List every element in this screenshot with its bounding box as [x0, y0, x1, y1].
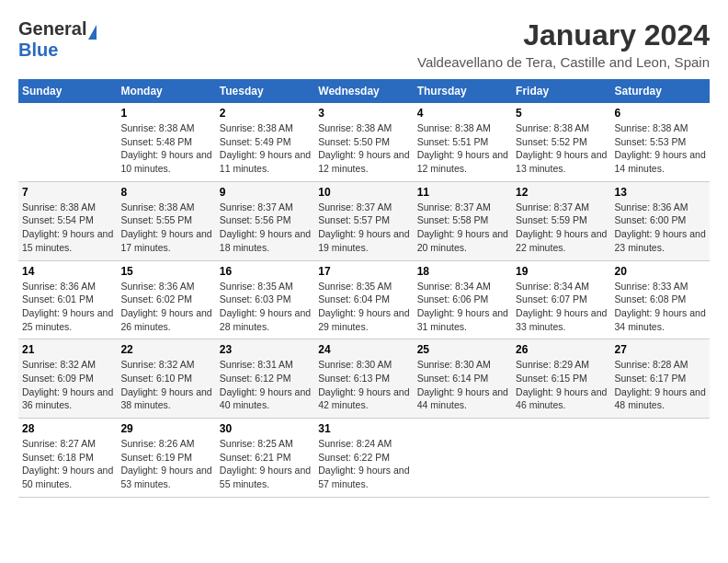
- day-info: Sunrise: 8:29 AMSunset: 6:15 PMDaylight:…: [516, 358, 607, 412]
- day-info: Sunrise: 8:27 AMSunset: 6:18 PMDaylight:…: [22, 437, 113, 491]
- day-cell: 10Sunrise: 8:37 AMSunset: 5:57 PMDayligh…: [314, 181, 413, 260]
- day-cell: 21Sunrise: 8:32 AMSunset: 6:09 PMDayligh…: [18, 339, 117, 419]
- month-title: January 2024: [417, 18, 710, 52]
- day-number: 17: [318, 265, 409, 278]
- day-cell: 8Sunrise: 8:38 AMSunset: 5:55 PMDaylight…: [117, 181, 215, 260]
- day-info: Sunrise: 8:37 AMSunset: 5:59 PMDaylight:…: [516, 201, 607, 255]
- day-info: Sunrise: 8:32 AMSunset: 6:09 PMDaylight:…: [22, 358, 113, 412]
- column-header-wednesday: Wednesday: [314, 79, 413, 103]
- day-number: 20: [615, 265, 706, 278]
- day-number: 2: [220, 107, 311, 120]
- day-info: Sunrise: 8:26 AMSunset: 6:19 PMDaylight:…: [120, 437, 211, 491]
- day-cell: 27Sunrise: 8:28 AMSunset: 6:17 PMDayligh…: [611, 339, 710, 419]
- day-cell: 3Sunrise: 8:38 AMSunset: 5:50 PMDaylight…: [314, 103, 413, 181]
- day-number: 8: [120, 186, 211, 199]
- week-row-2: 7Sunrise: 8:38 AMSunset: 5:54 PMDaylight…: [18, 181, 710, 260]
- day-number: 9: [220, 186, 311, 199]
- day-number: 26: [516, 343, 607, 356]
- header: General Blue January 2024 Valdeavellano …: [18, 18, 710, 70]
- calendar-header-row: SundayMondayTuesdayWednesdayThursdayFrid…: [18, 79, 710, 103]
- day-number: 15: [120, 265, 211, 278]
- day-number: 10: [318, 186, 409, 199]
- day-info: Sunrise: 8:36 AMSunset: 6:02 PMDaylight:…: [120, 280, 211, 334]
- day-cell: 20Sunrise: 8:33 AMSunset: 6:08 PMDayligh…: [611, 260, 710, 339]
- day-cell: 24Sunrise: 8:30 AMSunset: 6:13 PMDayligh…: [314, 339, 413, 419]
- day-info: Sunrise: 8:35 AMSunset: 6:04 PMDaylight:…: [318, 280, 409, 334]
- day-number: 27: [615, 343, 706, 356]
- day-cell: 23Sunrise: 8:31 AMSunset: 6:12 PMDayligh…: [216, 339, 314, 419]
- day-number: 12: [516, 186, 607, 199]
- week-row-4: 21Sunrise: 8:32 AMSunset: 6:09 PMDayligh…: [18, 339, 710, 419]
- day-number: 30: [220, 422, 311, 435]
- day-cell: 11Sunrise: 8:37 AMSunset: 5:58 PMDayligh…: [414, 181, 512, 260]
- day-info: Sunrise: 8:38 AMSunset: 5:52 PMDaylight:…: [516, 121, 607, 176]
- day-info: Sunrise: 8:32 AMSunset: 6:10 PMDaylight:…: [120, 358, 211, 412]
- day-number: 28: [22, 422, 113, 435]
- day-cell: 18Sunrise: 8:34 AMSunset: 6:06 PMDayligh…: [414, 260, 512, 339]
- day-cell: [512, 419, 610, 498]
- day-info: Sunrise: 8:33 AMSunset: 6:08 PMDaylight:…: [615, 280, 706, 334]
- column-header-monday: Monday: [117, 79, 215, 103]
- logo-triangle-icon: [88, 25, 97, 40]
- day-cell: 4Sunrise: 8:38 AMSunset: 5:51 PMDaylight…: [414, 103, 512, 181]
- day-cell: 17Sunrise: 8:35 AMSunset: 6:04 PMDayligh…: [314, 260, 413, 339]
- day-info: Sunrise: 8:38 AMSunset: 5:54 PMDaylight:…: [22, 201, 113, 255]
- day-info: Sunrise: 8:38 AMSunset: 5:50 PMDaylight:…: [318, 121, 409, 176]
- day-number: 14: [22, 265, 113, 278]
- day-info: Sunrise: 8:38 AMSunset: 5:48 PMDaylight:…: [120, 121, 211, 176]
- day-info: Sunrise: 8:25 AMSunset: 6:21 PMDaylight:…: [220, 437, 311, 491]
- day-info: Sunrise: 8:36 AMSunset: 6:01 PMDaylight:…: [22, 280, 113, 334]
- calendar-table: SundayMondayTuesdayWednesdayThursdayFrid…: [18, 79, 710, 498]
- day-info: Sunrise: 8:38 AMSunset: 5:55 PMDaylight:…: [120, 201, 211, 255]
- day-info: Sunrise: 8:37 AMSunset: 5:58 PMDaylight:…: [417, 201, 508, 255]
- day-cell: 19Sunrise: 8:34 AMSunset: 6:07 PMDayligh…: [512, 260, 610, 339]
- column-header-sunday: Sunday: [18, 79, 117, 103]
- day-cell: 31Sunrise: 8:24 AMSunset: 6:22 PMDayligh…: [314, 419, 413, 498]
- day-cell: [611, 419, 710, 498]
- day-number: 18: [417, 265, 508, 278]
- day-info: Sunrise: 8:35 AMSunset: 6:03 PMDaylight:…: [220, 280, 311, 334]
- day-info: Sunrise: 8:30 AMSunset: 6:14 PMDaylight:…: [417, 358, 508, 412]
- day-number: 31: [318, 422, 409, 435]
- day-info: Sunrise: 8:37 AMSunset: 5:56 PMDaylight:…: [220, 201, 311, 255]
- day-cell: 14Sunrise: 8:36 AMSunset: 6:01 PMDayligh…: [18, 260, 117, 339]
- day-cell: 7Sunrise: 8:38 AMSunset: 5:54 PMDaylight…: [18, 181, 117, 260]
- day-cell: 28Sunrise: 8:27 AMSunset: 6:18 PMDayligh…: [18, 419, 117, 498]
- day-info: Sunrise: 8:37 AMSunset: 5:57 PMDaylight:…: [318, 201, 409, 255]
- day-number: 22: [120, 343, 211, 356]
- logo: General Blue: [18, 18, 97, 61]
- day-cell: 22Sunrise: 8:32 AMSunset: 6:10 PMDayligh…: [117, 339, 215, 419]
- column-header-saturday: Saturday: [611, 79, 710, 103]
- day-cell: [414, 419, 512, 498]
- day-info: Sunrise: 8:24 AMSunset: 6:22 PMDaylight:…: [318, 437, 409, 491]
- day-info: Sunrise: 8:34 AMSunset: 6:06 PMDaylight:…: [417, 280, 508, 334]
- day-info: Sunrise: 8:38 AMSunset: 5:49 PMDaylight:…: [220, 121, 311, 176]
- column-header-friday: Friday: [512, 79, 610, 103]
- day-number: 13: [615, 186, 706, 199]
- day-number: 7: [22, 186, 113, 199]
- day-cell: 1Sunrise: 8:38 AMSunset: 5:48 PMDaylight…: [117, 103, 215, 181]
- location-title: Valdeavellano de Tera, Castille and Leon…: [417, 54, 710, 70]
- day-number: 24: [318, 343, 409, 356]
- logo-blue: Blue: [18, 40, 58, 61]
- day-cell: 5Sunrise: 8:38 AMSunset: 5:52 PMDaylight…: [512, 103, 610, 181]
- day-number: 3: [318, 107, 409, 120]
- day-number: 19: [516, 265, 607, 278]
- day-number: 16: [220, 265, 311, 278]
- day-number: 4: [417, 107, 508, 120]
- day-info: Sunrise: 8:38 AMSunset: 5:53 PMDaylight:…: [615, 121, 706, 176]
- day-info: Sunrise: 8:31 AMSunset: 6:12 PMDaylight:…: [220, 358, 311, 412]
- week-row-1: 1Sunrise: 8:38 AMSunset: 5:48 PMDaylight…: [18, 103, 710, 181]
- day-cell: 6Sunrise: 8:38 AMSunset: 5:53 PMDaylight…: [611, 103, 710, 181]
- day-cell: 26Sunrise: 8:29 AMSunset: 6:15 PMDayligh…: [512, 339, 610, 419]
- day-info: Sunrise: 8:30 AMSunset: 6:13 PMDaylight:…: [318, 358, 409, 412]
- day-info: Sunrise: 8:28 AMSunset: 6:17 PMDaylight:…: [615, 358, 706, 412]
- day-number: 1: [120, 107, 211, 120]
- day-info: Sunrise: 8:34 AMSunset: 6:07 PMDaylight:…: [516, 280, 607, 334]
- logo-general: General: [18, 18, 86, 40]
- day-number: 25: [417, 343, 508, 356]
- day-cell: 12Sunrise: 8:37 AMSunset: 5:59 PMDayligh…: [512, 181, 610, 260]
- day-cell: 29Sunrise: 8:26 AMSunset: 6:19 PMDayligh…: [117, 419, 215, 498]
- day-cell: 25Sunrise: 8:30 AMSunset: 6:14 PMDayligh…: [414, 339, 512, 419]
- day-cell: 15Sunrise: 8:36 AMSunset: 6:02 PMDayligh…: [117, 260, 215, 339]
